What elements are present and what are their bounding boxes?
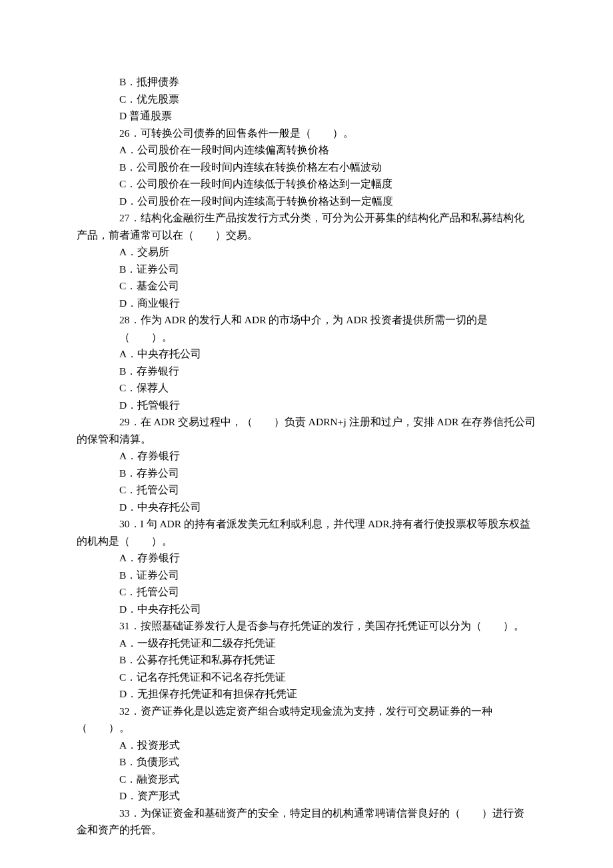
option-text: B．公募存托凭证和私募存托凭证 <box>77 651 536 669</box>
option-text: C．融资形式 <box>77 771 536 788</box>
option-text: D．托管银行 <box>77 397 536 414</box>
continuation-text: 的机构是（ ）。 <box>77 533 536 550</box>
option-text: C．保荐人 <box>77 379 536 397</box>
option-text: A．中央存托公司 <box>77 345 536 363</box>
option-text: C．公司股价在一段时间内连续低于转换价格达到一定幅度 <box>77 175 536 193</box>
option-text: B．存券银行 <box>77 363 536 380</box>
option-text: D．公司股价在一段时间内连续高于转换价格达到一定幅度 <box>77 193 536 210</box>
option-text: B．存券公司 <box>77 465 536 482</box>
option-text: B．负债形式 <box>77 753 536 771</box>
option-text: D．无担保存托凭证和有担保存托凭证 <box>77 685 536 703</box>
option-text: B．证券公司 <box>77 567 536 584</box>
option-text: B．证券公司 <box>77 261 536 278</box>
text-body: B．抵押债券C．优先股票D 普通股票26．可转换公司债券的回售条件一般是（ ）。… <box>77 73 536 839</box>
option-text: D．资产形式 <box>77 787 536 805</box>
option-text: C．托管公司 <box>77 481 536 499</box>
option-text: D．商业银行 <box>77 295 536 312</box>
question-text: 33．为保证资金和基础资产的安全，特定目的机构通常聘请信誉良好的（ ）进行资 <box>77 805 536 822</box>
question-text: 28．作为 ADR 的发行人和 ADR 的市场中介，为 ADR 投资者提供所需一… <box>77 311 536 345</box>
question-text: 26．可转换公司债券的回售条件一般是（ ）。 <box>77 125 536 142</box>
option-text: B．抵押债券 <box>77 73 536 91</box>
question-text: 30．I 句 ADR 的持有者派发美元红利或利息，并代理 ADR,持有者行使投票… <box>77 515 536 533</box>
continuation-text: （ ）。 <box>77 719 536 737</box>
option-text: A．存券银行 <box>77 549 536 567</box>
option-text: C．托管公司 <box>77 583 536 601</box>
option-text: D．中央存托公司 <box>77 601 536 618</box>
option-text: A．存券银行 <box>77 447 536 465</box>
continuation-text: 金和资产的托管。 <box>77 821 536 839</box>
option-text: C．基金公司 <box>77 277 536 295</box>
option-text: A．交易所 <box>77 243 536 261</box>
option-text: C．记名存托凭证和不记名存托凭证 <box>77 669 536 686</box>
option-text: A．投资形式 <box>77 737 536 754</box>
option-text: B．公司股价在一段时间内连续在转换价格左右小幅波动 <box>77 159 536 176</box>
question-text: 27．结构化金融衍生产品按发行方式分类，可分为公开募集的结构化产品和私募结构化 <box>77 209 536 227</box>
question-text: 29．在 ADR 交易过程中，（ ）负责 ADRN+j 注册和过户，安排 ADR… <box>77 413 536 431</box>
option-text: D 普通股票 <box>77 107 536 125</box>
continuation-text: 产品，前者通常可以在（ ）交易。 <box>77 227 536 244</box>
option-text: A．公司股价在一段时间内连续偏离转换价格 <box>77 141 536 159</box>
option-text: A．一级存托凭证和二级存托凭证 <box>77 635 536 652</box>
option-text: D．中央存托公司 <box>77 499 536 516</box>
continuation-text: 的保管和清算。 <box>77 431 536 448</box>
option-text: C．优先股票 <box>77 91 536 108</box>
document-page: B．抵押债券C．优先股票D 普通股票26．可转换公司债券的回售条件一般是（ ）。… <box>0 0 613 868</box>
question-text: 32．资产证券化是以选定资产组合或特定现金流为支持，发行可交易证券的一种 <box>77 703 536 720</box>
question-text: 31．按照基础证券发行人是否参与存托凭证的发行，美国存托凭证可以分为（ ）。 <box>77 617 536 635</box>
